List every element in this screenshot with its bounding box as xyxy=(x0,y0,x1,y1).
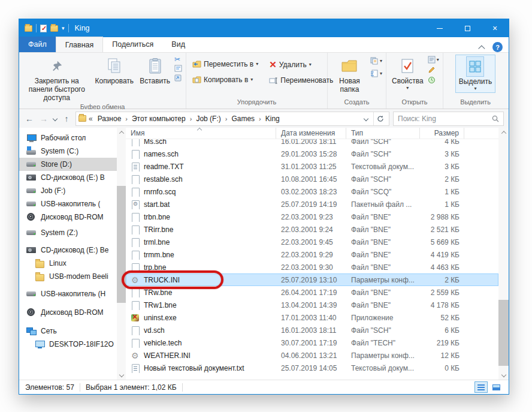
pin-to-quick-access-button[interactable]: Закрепить на панели быстрого доступа xyxy=(22,55,92,103)
file-row[interactable]: vd.sch16.01.2003 18:11Файл "SCH"6 КБ xyxy=(126,324,498,336)
cut-icon[interactable]: ✂ xyxy=(174,56,182,63)
sidebar-item[interactable]: DESKTOP-18IF12O xyxy=(19,338,117,351)
file-row[interactable]: vehicle.tech30.07.2001 17:19Файл "TECH"2… xyxy=(126,336,498,349)
refresh-button[interactable] xyxy=(373,112,386,125)
file-row[interactable]: uninst.exe17.01.2003 11:40Приложение52 К… xyxy=(126,311,498,324)
details-view-button[interactable] xyxy=(474,381,488,393)
copy-to-button[interactable]: Копировать в ▾ xyxy=(190,74,261,86)
move-to-button[interactable]: Переместить в ▾ xyxy=(190,58,261,70)
folder-icon[interactable] xyxy=(25,25,32,32)
scrollbar-thumb[interactable] xyxy=(498,300,509,366)
select-button[interactable]: Выделить ▾ xyxy=(455,55,495,93)
collapse-ribbon-icon[interactable] xyxy=(478,45,485,52)
breadcrumb-overflow-icon[interactable]: « xyxy=(87,115,94,123)
sidebar-item[interactable]: Дисковод BD-ROM xyxy=(19,306,117,319)
file-row[interactable]: TRUCK.INI25.07.2019 13:10Параметры конф.… xyxy=(126,273,498,286)
file-row[interactable]: Ms.sch16.01.2003 18:11Файл "SCH"4 КБ xyxy=(126,139,498,148)
breadcrumb-item[interactable]: Этот компьютер xyxy=(129,113,188,124)
file-row[interactable]: TRw.bne26.04.2001 17:19Файл "BNE"2 559 К… xyxy=(126,286,498,299)
file-row[interactable]: WEATHER.INI04.06.2001 13:21Параметры кон… xyxy=(126,349,498,362)
sidebar-item[interactable]: Job (F:) xyxy=(19,184,117,197)
sidebar-item[interactable]: Store (D:) xyxy=(19,158,117,171)
column-header-date[interactable]: Дата изменения xyxy=(276,128,346,139)
scroll-down-icon[interactable] xyxy=(501,372,506,377)
file-name: trml.bne xyxy=(144,238,170,246)
tab-file[interactable]: Файл xyxy=(19,37,56,52)
rename-button[interactable]: Переименовать xyxy=(267,74,335,86)
sidebar-item-label: Linux xyxy=(49,259,66,267)
history-icon[interactable] xyxy=(428,76,439,84)
properties-button[interactable]: Свойства ▾ xyxy=(389,55,427,92)
quick-access-toolbar: ▾ xyxy=(19,24,69,32)
file-row[interactable]: TRirr.bne22.03.2001 9:24Файл "BNE"2 521 … xyxy=(126,223,498,236)
file-row[interactable]: rnrnfo.scq03.02.2003 18:23Файл "SCQ"1 КБ xyxy=(126,185,498,198)
easy-access-button[interactable]: ▾ xyxy=(370,70,382,77)
file-row[interactable]: trbn.bne22.03.2001 9:23Файл "BNE"2 988 К… xyxy=(126,210,498,223)
list-scrollbar[interactable] xyxy=(498,128,509,380)
sidebar-item[interactable]: Linux xyxy=(19,257,117,270)
properties-check-icon[interactable] xyxy=(40,25,47,32)
file-row[interactable]: trp.bne22.03.2001 9:30Файл "BNE"4 463 КБ xyxy=(126,261,498,273)
scroll-up-icon[interactable] xyxy=(119,131,123,136)
sidebar-item[interactable]: System (Z:) xyxy=(19,226,117,239)
new-folder-icon[interactable] xyxy=(50,25,58,32)
breadcrumb-item[interactable]: Job (F:) xyxy=(194,113,223,124)
breadcrumb-item[interactable]: Разное xyxy=(95,113,124,124)
sidebar-item[interactable]: Рабочий стол xyxy=(19,131,117,145)
sidebar-item[interactable]: CD-дисковод (E:) В xyxy=(19,171,117,184)
back-button[interactable]: ← xyxy=(24,114,35,124)
scroll-up-icon[interactable] xyxy=(501,131,506,136)
file-row[interactable]: readme.TXT31.01.2003 11:25Текстовый доку… xyxy=(126,160,498,173)
copy-path-icon[interactable] xyxy=(174,65,182,72)
sidebar-item[interactable]: Дисковод BD-ROM xyxy=(19,210,117,224)
paste-button[interactable]: Вставить xyxy=(137,55,173,87)
copy-button[interactable]: Копировать xyxy=(92,55,137,87)
file-row[interactable]: start.bat25.07.2019 14:19Пакетный файл .… xyxy=(126,198,498,210)
file-date: 16.01.2003 18:11 xyxy=(276,326,346,335)
scrollbar-thumb[interactable] xyxy=(117,186,126,303)
column-header-type[interactable]: Тип xyxy=(346,128,420,139)
sidebar-scrollbar[interactable] xyxy=(117,128,126,380)
new-folder-button[interactable]: Новая папка xyxy=(330,55,369,95)
up-button[interactable]: ↑ xyxy=(61,114,72,124)
group-label: Создать xyxy=(328,98,386,109)
breadcrumb[interactable]: « Разное›Этот компьютер›Job (F:)›Games›K… xyxy=(75,112,389,126)
tab-home[interactable]: Главная xyxy=(56,37,104,52)
thumbnails-view-button[interactable] xyxy=(489,381,503,393)
scroll-down-icon[interactable] xyxy=(119,372,123,377)
file-row[interactable]: Новый текстовый документ.txt25.07.2019 1… xyxy=(126,362,498,374)
column-header-name[interactable]: Имя xyxy=(126,128,276,139)
breadcrumb-item[interactable]: Games xyxy=(229,113,257,124)
paste-shortcut-icon[interactable] xyxy=(174,74,182,82)
search-input[interactable]: Поиск: King xyxy=(393,112,504,126)
file-row[interactable]: trmm.bne22.03.2001 9:29Файл "BNE"4 419 К… xyxy=(126,248,498,261)
text-file-icon xyxy=(131,162,140,172)
file-row[interactable]: restable.sch10.08.2001 16:45Файл "SCH"2 … xyxy=(126,173,498,185)
tab-view[interactable]: Вид xyxy=(162,37,194,52)
file-row[interactable]: TRw1.bne13.04.2001 14:39Файл "BNE"4 178 … xyxy=(126,299,498,311)
file-row[interactable]: names.sch29.01.2003 15:28Файл "SCH"3 КБ xyxy=(126,148,498,160)
tab-share[interactable]: Поделиться xyxy=(103,37,162,52)
pencil-icon[interactable] xyxy=(428,66,439,74)
breadcrumb-item[interactable]: King xyxy=(263,113,282,124)
help-icon[interactable]: ? xyxy=(492,42,503,52)
file-row[interactable]: trml.bne22.03.2001 9:45Файл "BNE"5 669 К… xyxy=(126,236,498,248)
sidebar-item[interactable]: USB-modem Beeli xyxy=(19,270,117,283)
edit-button[interactable]: ▾ xyxy=(428,56,439,64)
recent-locations-icon[interactable] xyxy=(53,116,58,121)
maximize-button[interactable] xyxy=(454,19,481,37)
address-dropdown-icon[interactable] xyxy=(364,116,368,121)
sidebar-item[interactable]: USB-накопитель ( xyxy=(19,197,117,210)
file-size: 1 КБ xyxy=(420,200,464,209)
forward-button[interactable]: → xyxy=(38,114,49,124)
new-item-button[interactable]: ▾ xyxy=(370,57,382,65)
delete-button[interactable]: ✕ Удалить ▾ xyxy=(267,58,335,71)
column-header-size[interactable]: Размер xyxy=(420,128,464,139)
sidebar-item[interactable]: Сеть xyxy=(19,324,117,338)
minimize-button[interactable] xyxy=(426,19,454,37)
chevron-down-icon[interactable]: ▾ xyxy=(62,26,65,31)
close-button[interactable]: × xyxy=(481,19,509,37)
sidebar-item[interactable]: System (C:) xyxy=(19,145,117,158)
sidebar-item[interactable]: CD-дисковод (E:) Be xyxy=(19,243,117,257)
sidebar-item[interactable]: USB-накопитель (H xyxy=(19,287,117,300)
